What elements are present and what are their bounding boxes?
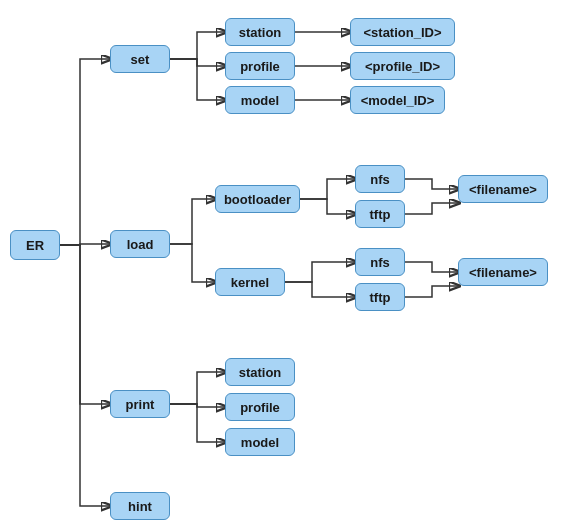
node-profile1: profile bbox=[225, 52, 295, 80]
node-bootloader: bootloader bbox=[215, 185, 300, 213]
node-station1: station bbox=[225, 18, 295, 46]
node-profile2: profile bbox=[225, 393, 295, 421]
node-profileID: <profile_ID> bbox=[350, 52, 455, 80]
node-tftp1: tftp bbox=[355, 200, 405, 228]
node-ER: ER bbox=[10, 230, 60, 260]
node-model2: model bbox=[225, 428, 295, 456]
node-hint: hint bbox=[110, 492, 170, 520]
node-model1: model bbox=[225, 86, 295, 114]
node-kernel: kernel bbox=[215, 268, 285, 296]
node-station2: station bbox=[225, 358, 295, 386]
node-nfs1: nfs bbox=[355, 165, 405, 193]
node-modelID: <model_ID> bbox=[350, 86, 445, 114]
node-tftp2: tftp bbox=[355, 283, 405, 311]
diagram: ERsetloadprinthintstationprofilemodel<st… bbox=[0, 0, 585, 525]
node-nfs2: nfs bbox=[355, 248, 405, 276]
node-filename2: <filename> bbox=[458, 258, 548, 286]
node-print: print bbox=[110, 390, 170, 418]
node-set: set bbox=[110, 45, 170, 73]
node-load: load bbox=[110, 230, 170, 258]
node-filename1: <filename> bbox=[458, 175, 548, 203]
node-stationID: <station_ID> bbox=[350, 18, 455, 46]
